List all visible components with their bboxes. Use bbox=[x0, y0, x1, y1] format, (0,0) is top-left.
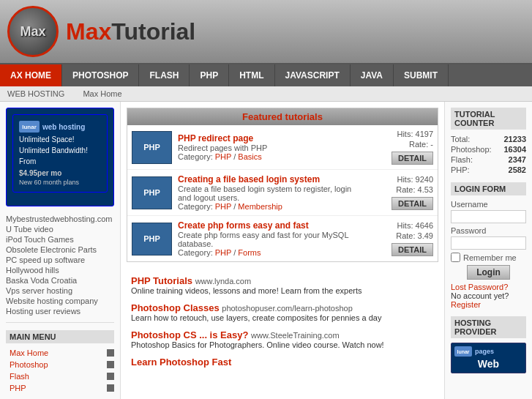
category-link[interactable]: Forms bbox=[238, 248, 261, 257]
tutorial-rate: Rate: 3.49 bbox=[367, 231, 433, 240]
tutorial-category: Category: PHP / Membership bbox=[178, 202, 361, 211]
main-menu-title: MAIN MENU bbox=[6, 330, 114, 343]
tutorial-title[interactable]: Create php forms easy and fast bbox=[178, 220, 361, 231]
breadcrumb-label: WEB HOSTING bbox=[7, 89, 64, 98]
menu-item-photoshop[interactable]: Photoshop bbox=[6, 359, 114, 370]
remember-row: Remember me bbox=[451, 253, 526, 262]
ext-link-title[interactable]: PHP Tutorials bbox=[131, 275, 195, 286]
login-section: LOGIN FORM Username Password Remember me… bbox=[451, 182, 526, 309]
nav-html[interactable]: HTML bbox=[229, 64, 274, 86]
featured-tutorials-box: Featured tutorials PHP PHP redirect page… bbox=[127, 108, 438, 262]
tutorial-title[interactable]: PHP redirect page bbox=[178, 133, 361, 143]
sidebar-banner[interactable]: lunar web hosting Unlimited Space! Unlim… bbox=[6, 108, 114, 206]
counter-section: TUTORIAL COUNTER Total: 21233 Photoshop:… bbox=[451, 108, 526, 175]
sidebar-right: TUTORIAL COUNTER Total: 21233 Photoshop:… bbox=[444, 102, 532, 399]
tutorial-desc: Redirect pages with PHP bbox=[178, 143, 361, 152]
banner-price: $4.95per mo bbox=[19, 165, 101, 179]
breadcrumb-page: Max Home bbox=[83, 89, 121, 98]
ext-link-desc: Online training videos, lessons and more… bbox=[131, 286, 434, 295]
remember-label: Remember me bbox=[463, 253, 517, 262]
sidebar-link[interactable]: U Tube video bbox=[6, 224, 114, 234]
sidebar-link[interactable]: Vps server hosting bbox=[6, 286, 114, 296]
banner-title: web hosting bbox=[42, 123, 85, 131]
password-label: Password bbox=[451, 226, 526, 235]
sidebar-link[interactable]: Baska Voda Croatia bbox=[6, 275, 114, 286]
menu-arrow-icon bbox=[107, 361, 114, 368]
category-link[interactable]: PHP bbox=[215, 152, 231, 161]
remember-checkbox[interactable] bbox=[451, 253, 460, 262]
detail-button[interactable]: DETAIL bbox=[391, 197, 433, 210]
menu-item-flash[interactable]: Flash bbox=[6, 370, 114, 382]
username-label: Username bbox=[451, 200, 526, 209]
menu-item-php[interactable]: PHP bbox=[6, 382, 114, 394]
main-content: Featured tutorials PHP PHP redirect page… bbox=[121, 102, 444, 399]
nav-photoshop[interactable]: PHOTOSHOP bbox=[62, 64, 139, 86]
sidebar-left: lunar web hosting Unlimited Space! Unlim… bbox=[0, 102, 121, 399]
banner-logo: lunar bbox=[19, 121, 40, 133]
tutorial-icon: PHP bbox=[132, 176, 172, 209]
ext-link-title[interactable]: Learn Photoshop Fast bbox=[131, 357, 231, 368]
sidebar-link[interactable]: Hollywood hills bbox=[6, 265, 114, 275]
sidebar-link[interactable]: PC speed up software bbox=[6, 255, 114, 265]
menu-arrow-icon bbox=[107, 373, 114, 380]
ext-link-title[interactable]: Photoshop CS ... is Easy? bbox=[131, 329, 251, 340]
featured-header: Featured tutorials bbox=[127, 108, 438, 125]
menu-item-home[interactable]: Max Home bbox=[6, 347, 114, 359]
nav-flash[interactable]: FLASH bbox=[139, 64, 190, 86]
ext-link-desc: Learn how to retouch, use layers, create… bbox=[131, 313, 434, 322]
login-button[interactable]: Login bbox=[467, 265, 510, 280]
nav-php[interactable]: PHP bbox=[190, 64, 229, 86]
banner-from: From bbox=[19, 157, 101, 165]
menu-arrow-icon bbox=[107, 349, 114, 357]
table-row: PHP PHP redirect page Redirect pages wit… bbox=[127, 125, 438, 170]
detail-button[interactable]: DETAIL bbox=[391, 243, 433, 256]
category-link[interactable]: PHP bbox=[215, 202, 231, 211]
counter-row: Total: 21233 bbox=[451, 134, 526, 144]
sidebar-link[interactable]: Obsolete Electronic Parts bbox=[6, 245, 114, 255]
site-title: MaxTutorial bbox=[66, 18, 195, 45]
list-item: PHP Tutorials www.lynda.com Online train… bbox=[131, 275, 434, 295]
table-row: PHP Creating a file based login system C… bbox=[127, 170, 438, 216]
tutorial-hits: Hits: 9240 bbox=[367, 175, 433, 184]
category-link[interactable]: Basics bbox=[238, 152, 261, 161]
lost-password-link[interactable]: Lost Password? bbox=[451, 283, 526, 291]
sidebar-link[interactable]: iPod Touch Games bbox=[6, 234, 114, 245]
sidebar-link[interactable]: Mybestrustedwebhosting.com bbox=[6, 214, 114, 224]
tutorial-icon: PHP bbox=[132, 223, 172, 256]
nav-javascript[interactable]: JAVASCRIPT bbox=[275, 64, 351, 86]
counter-row: PHP: 2582 bbox=[451, 165, 526, 175]
ext-link-url: www.SteeleTraining.com bbox=[251, 331, 340, 340]
tutorial-hits: Hits: 4197 bbox=[367, 130, 433, 138]
banner-promo: New 60 month plans bbox=[19, 179, 101, 186]
ext-link-desc: Photoshop Basics for Photographers. Onli… bbox=[131, 340, 434, 349]
sidebar-link[interactable]: Website hosting company bbox=[6, 296, 114, 306]
detail-button[interactable]: DETAIL bbox=[391, 152, 433, 165]
username-input[interactable] bbox=[451, 210, 526, 223]
nav-submit[interactable]: SUBMIT bbox=[394, 64, 449, 86]
breadcrumb: WEB HOSTING Max Home bbox=[0, 86, 532, 102]
tutorial-desc: Create php forms easy and fast for your … bbox=[178, 231, 361, 248]
nav-home[interactable]: AX HOME bbox=[0, 64, 62, 86]
tutorial-category: Category: PHP / Forms bbox=[178, 248, 361, 257]
nav-java[interactable]: JAVA bbox=[351, 64, 394, 86]
ext-links-section: PHP Tutorials www.lynda.com Online train… bbox=[127, 271, 438, 379]
banner-line2: Unlimited Bandwidth! bbox=[19, 146, 101, 154]
register-link[interactable]: Register bbox=[451, 300, 526, 309]
login-title: LOGIN FORM bbox=[451, 182, 526, 195]
title-max: Max bbox=[66, 18, 111, 45]
ext-link-title[interactable]: Photoshop Classes bbox=[131, 302, 222, 313]
main-nav: AX HOME PHOTOSHOP FLASH PHP HTML JAVASCR… bbox=[0, 64, 532, 86]
logo-text: Max bbox=[20, 24, 45, 40]
tutorial-rate: Rate: 4.53 bbox=[367, 185, 433, 194]
tutorial-title[interactable]: Creating a file based login system bbox=[178, 174, 361, 184]
password-input[interactable] bbox=[451, 236, 526, 250]
category-link[interactable]: PHP bbox=[215, 248, 231, 257]
hosting-banner[interactable]: lunar pages Web bbox=[451, 343, 526, 373]
menu-arrow-icon bbox=[107, 384, 114, 392]
tutorial-category: Category: PHP / Basics bbox=[178, 152, 361, 161]
category-link[interactable]: Membership bbox=[238, 202, 282, 211]
counter-row: Photoshop: 16304 bbox=[451, 144, 526, 154]
sidebar-link[interactable]: Hosting user reviews bbox=[6, 306, 114, 316]
title-tutorial: Tutorial bbox=[111, 18, 195, 45]
site-logo: Max bbox=[7, 6, 59, 57]
